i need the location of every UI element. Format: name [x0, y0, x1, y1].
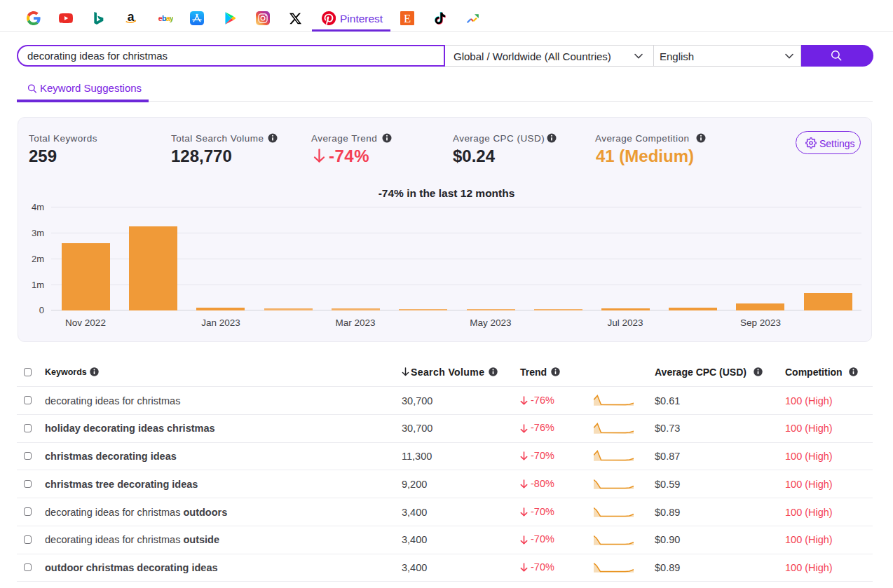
- svg-text:E: E: [404, 12, 411, 25]
- svg-text:ebay: ebay: [158, 14, 173, 22]
